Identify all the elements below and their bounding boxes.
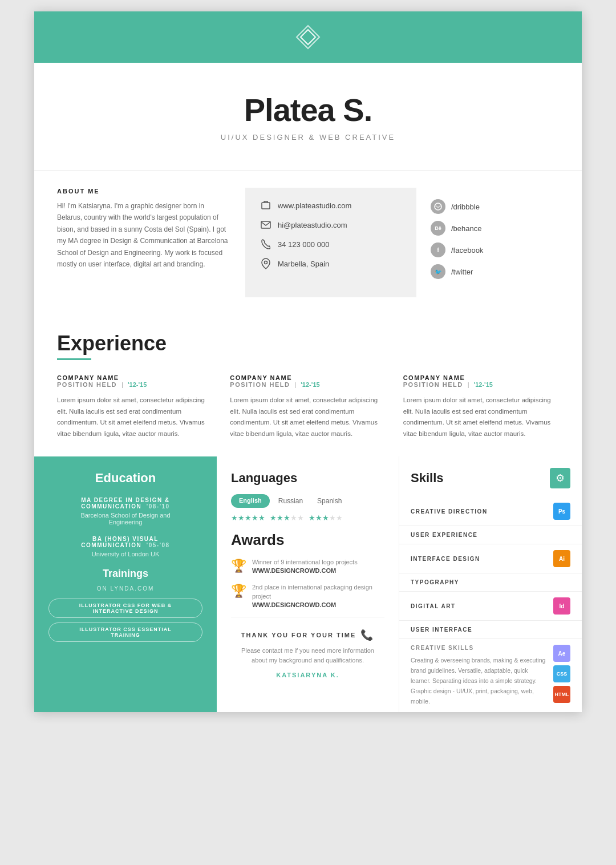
social-facebook: f /facebook bbox=[431, 242, 545, 257]
lang-spanish: Spanish bbox=[311, 494, 347, 508]
hero-name: Platea S. bbox=[34, 91, 582, 128]
skills-header: Skills ⚙ bbox=[399, 456, 582, 497]
skill-name-6: USER INTERFACE bbox=[411, 626, 472, 633]
award-1: 🏆 Winner of 9 international logo project… bbox=[231, 557, 384, 574]
lang-english: English bbox=[231, 494, 270, 508]
trophy-icon-1: 🏆 bbox=[231, 559, 246, 573]
header bbox=[34, 11, 582, 63]
email-icon bbox=[260, 219, 272, 231]
experience-title: Experience bbox=[57, 332, 559, 355]
social-behance: Bē /behance bbox=[431, 221, 545, 236]
trainings-subtitle: ON LYNDA.COM bbox=[48, 585, 202, 592]
edu-degree-2: BA (HONS) VISUALCOMMUNICATION '05-'08 bbox=[48, 536, 202, 548]
exp-item-2: COMPANY NAME POSITION HELD | '12-'15 Lor… bbox=[230, 374, 386, 439]
exp-date-2: '12-'15 bbox=[301, 381, 319, 388]
exp-company-2: COMPANY NAME bbox=[230, 374, 386, 381]
exp-text-3: Lorem ipsum dolor sit amet, consectetur … bbox=[403, 395, 559, 439]
award-text-2: 2nd place in international packaging des… bbox=[252, 583, 384, 601]
awards-title: Awards bbox=[231, 531, 384, 549]
skill-digital-art: DIGITAL ART Id bbox=[399, 592, 582, 621]
skill-name-2: USER EXPERIENCE bbox=[411, 532, 478, 538]
thankyou-text: Please contact me if you need more infor… bbox=[240, 646, 376, 666]
email-text: hi@plateastudio.com bbox=[278, 221, 347, 229]
svg-point-4 bbox=[265, 261, 268, 264]
contact-email: hi@plateastudio.com bbox=[260, 219, 402, 231]
svg-point-5 bbox=[435, 203, 441, 210]
education-title: Education bbox=[48, 471, 202, 486]
creative-skills-section: CREATIVE SKILLS Creating & overseeing br… bbox=[399, 639, 582, 712]
exp-company-3: COMPANY NAME bbox=[403, 374, 559, 381]
exp-text-2: Lorem ipsum dolor sit amet, consectetur … bbox=[230, 395, 386, 439]
facebook-text: /facebook bbox=[451, 246, 483, 254]
exp-position-3: POSITION HELD bbox=[403, 381, 463, 388]
languages-title: Languages bbox=[231, 471, 384, 486]
language-pills: English Russian Spanish bbox=[231, 494, 384, 508]
edu-school-1: Barcelona School of Design andEngineerin… bbox=[48, 512, 202, 526]
trophy-icon-2: 🏆 bbox=[231, 584, 246, 599]
trainings-title: Trainings bbox=[48, 568, 202, 580]
skill-typography: TYPOGRAPHY bbox=[399, 573, 582, 592]
skill-badge-ai: Ai bbox=[553, 550, 570, 567]
website-icon bbox=[260, 199, 272, 212]
experience-section: Experience COMPANY NAME POSITION HELD | … bbox=[34, 314, 582, 445]
exp-date-1: '12-'15 bbox=[128, 381, 147, 388]
skills-title: Skills bbox=[411, 471, 443, 486]
skill-name-3: INTERFACE DESIGN bbox=[411, 556, 480, 562]
creative-skills-label: CREATIVE SKILLS bbox=[411, 645, 548, 651]
edu-degree-1: MA DEGREE IN DESIGN &COMMUNICATION '08-'… bbox=[48, 497, 202, 510]
exp-company-1: COMPANY NAME bbox=[57, 374, 213, 381]
contact-phone: 34 123 000 000 bbox=[260, 238, 402, 250]
thankyou-name: KATSIARYNA K. bbox=[240, 672, 376, 678]
thankyou-title-text: THANK YOU FOR YOUR TIME bbox=[241, 632, 356, 638]
diamond-icon bbox=[294, 23, 322, 51]
edu-school-2: University of London UK bbox=[48, 551, 202, 557]
exp-date-3: '12-'15 bbox=[474, 381, 493, 388]
skill-badge-css: CSS bbox=[553, 665, 570, 682]
contact-location: Marbella, Spain bbox=[260, 257, 402, 270]
phone-text: 34 123 000 000 bbox=[278, 240, 329, 249]
gear-icon: ⚙ bbox=[550, 468, 570, 488]
award-link-2: WWW.DESIGNCROWD.COM bbox=[252, 601, 384, 608]
teal-divider bbox=[57, 358, 91, 360]
hero-title: UI/UX DESIGNER & WEB CREATIVE bbox=[34, 133, 582, 142]
exp-position-2: POSITION HELD bbox=[230, 381, 290, 388]
behance-text: /behance bbox=[451, 224, 482, 233]
skill-badge-ps: Ps bbox=[553, 503, 570, 520]
language-stars: ★★★★★ ★★★★★ ★★★★★ bbox=[231, 512, 384, 523]
behance-icon: Bē bbox=[431, 221, 445, 236]
training-badge-2: ILLUSTRATOR CSS ESSENTIALTRAINING bbox=[48, 623, 202, 642]
skills-column: Skills ⚙ CREATIVE DIRECTION Ps USER EXPE… bbox=[399, 456, 582, 712]
social-dribbble: /dribbble bbox=[431, 199, 545, 214]
languages-awards-column: Languages English Russian Spanish ★★★★★ … bbox=[217, 456, 399, 712]
thankyou-title: THANK YOU FOR YOUR TIME 📞 bbox=[240, 629, 376, 641]
phone-thankyou-icon: 📞 bbox=[360, 629, 374, 641]
experience-grid: COMPANY NAME POSITION HELD | '12-'15 Lor… bbox=[57, 374, 559, 439]
lang-russian: Russian bbox=[273, 494, 309, 508]
location-text: Marbella, Spain bbox=[278, 260, 329, 268]
phone-icon bbox=[260, 238, 272, 250]
exp-position-1: POSITION HELD bbox=[57, 381, 117, 388]
twitter-icon: 🐦 bbox=[431, 264, 445, 279]
svg-marker-1 bbox=[301, 30, 315, 45]
exp-item-1: COMPANY NAME POSITION HELD | '12-'15 Lor… bbox=[57, 374, 213, 439]
bottom-section: Education MA DEGREE IN DESIGN &COMMUNICA… bbox=[34, 456, 582, 712]
facebook-icon: f bbox=[431, 242, 445, 257]
skill-interface-design: INTERFACE DESIGN Ai bbox=[399, 544, 582, 573]
location-icon bbox=[260, 257, 272, 270]
skill-badge-html: HTML bbox=[553, 686, 570, 703]
resume-page: Platea S. UI/UX DESIGNER & WEB CREATIVE … bbox=[34, 11, 582, 712]
hero-section: Platea S. UI/UX DESIGNER & WEB CREATIVE bbox=[34, 63, 582, 159]
skill-user-interface: USER INTERFACE bbox=[399, 621, 582, 639]
award-link-1: WWW.DESIGNCROWD.COM bbox=[252, 567, 358, 574]
about-text: Hi! I'm Katsiaryna. I'm a graphic design… bbox=[57, 200, 228, 270]
exp-item-3: COMPANY NAME POSITION HELD | '12-'15 Lor… bbox=[403, 374, 559, 439]
dribbble-text: /dribbble bbox=[451, 203, 480, 211]
contact-website: www.plateastudio.com bbox=[260, 199, 402, 212]
creative-skill-badges: Ae CSS HTML bbox=[553, 645, 570, 703]
skill-creative-direction: CREATIVE DIRECTION Ps bbox=[399, 497, 582, 526]
about-section: ABOUT ME Hi! I'm Katsiaryna. I'm a graph… bbox=[34, 170, 582, 314]
social-column: /dribbble Bē /behance f /facebook 🐦 /twi… bbox=[416, 188, 559, 297]
about-left: ABOUT ME Hi! I'm Katsiaryna. I'm a graph… bbox=[57, 188, 245, 297]
thankyou-box: THANK YOU FOR YOUR TIME 📞 Please contact… bbox=[231, 617, 384, 690]
skill-badge-ae: Ae bbox=[553, 645, 570, 662]
